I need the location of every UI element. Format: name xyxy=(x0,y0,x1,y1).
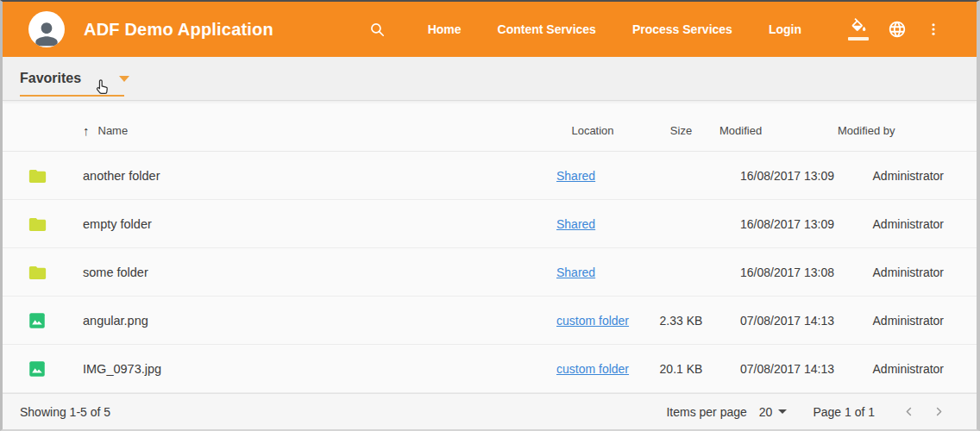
language-button[interactable] xyxy=(878,20,916,39)
folder-icon xyxy=(28,265,47,280)
image-file-icon xyxy=(28,360,46,378)
showing-count-label: Showing 1-5 of 5 xyxy=(20,405,110,419)
modified-by: Administrator xyxy=(834,217,951,231)
pagination-bar: Showing 1-5 of 5 Items per page 20 Page … xyxy=(3,393,977,429)
page-indicator: Page 1 of 1 xyxy=(813,405,875,419)
file-size: 20.1 KB xyxy=(644,362,718,376)
view-toolbar: Favorites xyxy=(3,57,977,101)
search-button[interactable] xyxy=(369,22,386,38)
globe-icon xyxy=(888,20,907,39)
file-name[interactable]: empty folder xyxy=(83,217,541,231)
location-link[interactable]: Shared xyxy=(556,169,595,183)
column-header-name-label: Name xyxy=(98,124,129,137)
items-per-page-value: 20 xyxy=(759,405,773,419)
nav-item-content-services[interactable]: Content Services xyxy=(480,14,614,45)
previous-page-button[interactable] xyxy=(894,399,924,424)
image-file-icon xyxy=(28,312,46,329)
color-fill-icon xyxy=(850,18,868,36)
column-header-modified-by[interactable]: Modified by xyxy=(834,124,951,137)
table-row[interactable]: angular.png custom folder 2.33 KB 07/08/… xyxy=(3,297,977,345)
active-view-underline xyxy=(20,95,124,97)
header-icon-group xyxy=(839,18,951,41)
file-size: 2.33 KB xyxy=(644,314,718,328)
file-name[interactable]: some folder xyxy=(83,265,541,279)
modified-by: Administrator xyxy=(834,314,951,328)
modified-date: 16/08/2017 13:09 xyxy=(718,217,834,231)
items-per-page-select[interactable]: 20 xyxy=(759,405,788,419)
dropdown-caret-icon[interactable] xyxy=(119,76,129,82)
next-page-button[interactable] xyxy=(924,399,954,424)
location-link[interactable]: custom folder xyxy=(556,362,629,376)
modified-date: 16/08/2017 13:08 xyxy=(718,265,834,279)
folder-icon xyxy=(28,216,47,232)
avatar xyxy=(28,11,65,47)
modified-by: Administrator xyxy=(834,169,951,183)
view-selector[interactable]: Favorites xyxy=(20,71,81,86)
location-link[interactable]: Shared xyxy=(556,265,595,279)
app-header: ADF Demo Application Home Content Servic… xyxy=(3,2,977,57)
main-nav: Home Content Services Process Services L… xyxy=(410,14,820,45)
file-name[interactable]: angular.png xyxy=(83,314,541,328)
app-title: ADF Demo Application xyxy=(84,20,273,40)
table-row[interactable]: some folder Shared 16/08/2017 13:08 Admi… xyxy=(3,248,977,297)
modified-date: 07/08/2017 14:13 xyxy=(718,362,834,376)
items-per-page-label: Items per page xyxy=(666,405,746,419)
nav-item-home[interactable]: Home xyxy=(410,14,480,45)
modified-by: Administrator xyxy=(834,362,951,376)
more-options-button[interactable] xyxy=(916,21,951,38)
modified-by: Administrator xyxy=(834,265,951,279)
search-icon xyxy=(369,22,386,38)
location-link[interactable]: custom folder xyxy=(556,314,629,328)
chevron-right-icon xyxy=(932,404,946,419)
file-name[interactable]: IMG_0973.jpg xyxy=(83,362,541,376)
color-fill-underline xyxy=(848,37,869,41)
file-name[interactable]: another folder xyxy=(83,169,541,183)
chevron-left-icon xyxy=(901,404,916,419)
nav-item-login[interactable]: Login xyxy=(751,14,820,45)
person-icon xyxy=(30,17,63,47)
column-header-name[interactable]: ↑ Name xyxy=(83,123,541,138)
app-window: ADF Demo Application Home Content Servic… xyxy=(0,0,980,431)
table-row[interactable]: another folder Shared 16/08/2017 13:09 A… xyxy=(3,152,977,200)
sort-ascending-icon: ↑ xyxy=(83,123,90,138)
modified-date: 16/08/2017 13:09 xyxy=(718,169,834,183)
folder-icon xyxy=(28,168,47,184)
column-header-modified[interactable]: Modified xyxy=(718,124,834,137)
pager-controls xyxy=(894,399,954,424)
column-header-size[interactable]: Size xyxy=(644,124,718,137)
modified-date: 07/08/2017 14:13 xyxy=(718,314,834,328)
theme-color-button[interactable] xyxy=(839,18,878,41)
nav-item-process-services[interactable]: Process Services xyxy=(614,14,751,45)
column-header-location[interactable]: Location xyxy=(541,124,644,137)
more-vert-icon xyxy=(926,21,941,38)
table-row[interactable]: empty folder Shared 16/08/2017 13:09 Adm… xyxy=(3,200,977,248)
location-link[interactable]: Shared xyxy=(556,217,595,231)
table-row[interactable]: IMG_0973.jpg custom folder 20.1 KB 07/08… xyxy=(3,345,977,393)
dropdown-caret-icon xyxy=(778,409,787,414)
table-header-row: ↑ Name Location Size Modified Modified b… xyxy=(3,101,977,152)
